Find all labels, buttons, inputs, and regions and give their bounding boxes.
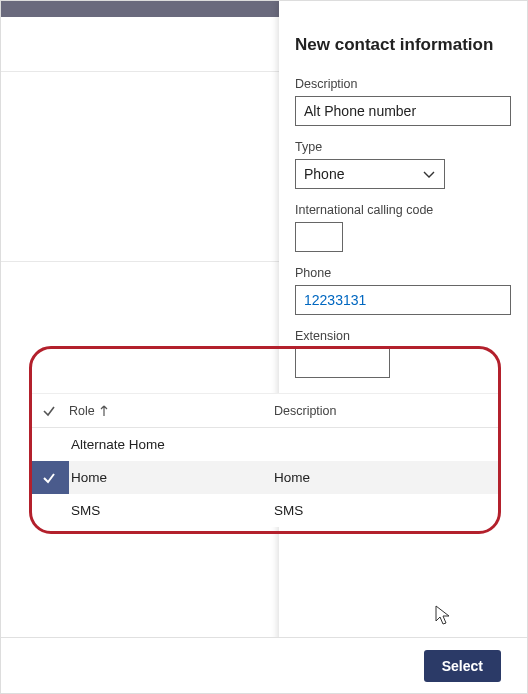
- dropdown-header: Role Description: [29, 394, 501, 428]
- dropdown-row[interactable]: Alternate Home: [29, 428, 501, 461]
- intl-code-label: International calling code: [295, 203, 511, 217]
- type-select[interactable]: Phone: [295, 159, 445, 189]
- check-icon: [29, 461, 69, 494]
- footer: Select: [1, 637, 527, 693]
- type-value: Phone: [304, 166, 344, 182]
- intl-code-input[interactable]: [295, 222, 343, 252]
- header-description[interactable]: Description: [274, 404, 501, 418]
- row-role: Home: [69, 470, 274, 485]
- type-label: Type: [295, 140, 511, 154]
- row-description: Home: [274, 470, 501, 485]
- chevron-down-icon: [422, 169, 436, 179]
- window-top-bar: [1, 1, 281, 17]
- dropdown-row[interactable]: SMS SMS: [29, 494, 501, 527]
- header-role[interactable]: Role: [69, 404, 274, 418]
- description-label: Description: [295, 77, 511, 91]
- new-contact-panel: New contact information Description Type…: [279, 1, 527, 694]
- panel-title: New contact information: [295, 35, 511, 55]
- phone-label: Phone: [295, 266, 511, 280]
- description-input[interactable]: [295, 96, 511, 126]
- row-description: SMS: [274, 503, 501, 518]
- select-button[interactable]: Select: [424, 650, 501, 682]
- extension-label: Extension: [295, 329, 511, 343]
- row-role: Alternate Home: [69, 437, 274, 452]
- header-check-col[interactable]: [29, 404, 69, 418]
- extension-input[interactable]: [295, 348, 390, 378]
- divider: [1, 261, 281, 262]
- sort-ascending-icon: [99, 405, 109, 417]
- dropdown-row[interactable]: Home Home: [29, 461, 501, 494]
- phone-input[interactable]: [295, 285, 511, 315]
- row-role: SMS: [69, 503, 274, 518]
- divider: [1, 71, 281, 72]
- purpose-dropdown: Role Description Alternate Home Home Hom…: [29, 393, 501, 527]
